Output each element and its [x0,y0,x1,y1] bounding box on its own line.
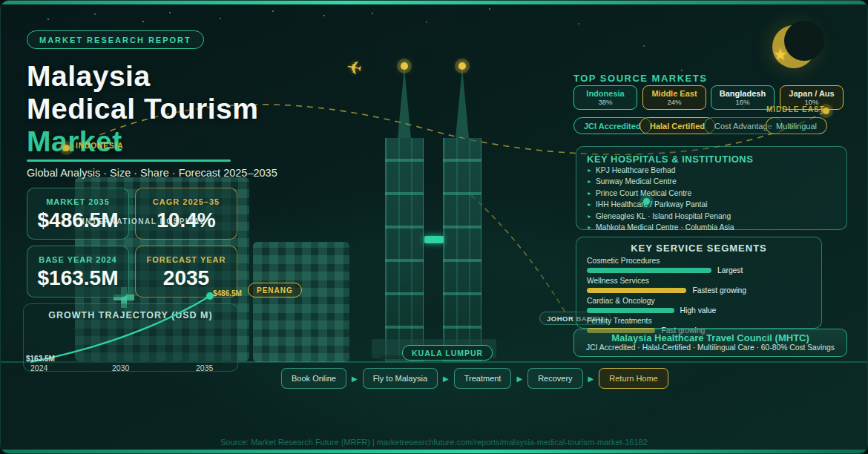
stat-card-market-2035: MARKET 2035 $486.5M [27,188,129,240]
stat-cards: MARKET 2035 $486.5M CAGR 2025–35 10.4% B… [27,188,237,297]
patient-journey-flow: Book Online ▶ Fly to Malaysia ▶ Treatmen… [281,368,668,389]
spire-light-left [401,62,408,70]
segment-row: Cardiac & Oncology High value [587,297,811,315]
x-tick-2024: 2024 [30,363,47,372]
title-underline [27,159,231,162]
hospital-item: ►Sunway Medical Centre [587,176,836,187]
segment-bar [587,268,711,273]
bullet-icon: ► [587,202,592,207]
subtitle: Global Analysis · Size · Share · Forecas… [27,167,277,179]
report-type-badge[interactable]: MARKET RESEARCH REPORT [27,30,204,49]
stat-card-cagr: CAGR 2025–35 10.4% [135,188,237,240]
arrow-right-icon: ▶ [443,375,449,383]
moon-star-icon: ★ [773,45,788,65]
journey-step-return-home[interactable]: Return Home [599,368,668,389]
kuala-lumpur-pill[interactable]: KUALA LUMPUR [402,345,493,361]
x-tick-2030: 2030 [112,363,129,372]
hospital-item: ►IHH Healthcare / Parkway Pantai [587,199,836,210]
chart-end-value: $486.5M [213,289,242,297]
mhtc-subtitle: JCI Accredited · Halal-Certified · Multi… [574,343,846,352]
source-attribution: Source: Market Research Future (MRFR) | … [1,438,867,447]
source-market-bangladesh[interactable]: Bangladesh 16% [711,85,775,110]
tower-spire-left [398,68,411,138]
building-decor [253,242,349,362]
petronas-tower-right [443,138,481,362]
arrow-right-icon: ▶ [516,375,522,383]
segment-bar [587,288,686,293]
skybridge [424,236,444,243]
airplane-icon: ✈ [345,56,364,79]
mhtc-box: Malaysia Healthcare Travel Council (MHTC… [573,329,847,357]
journey-step-recovery[interactable]: Recovery [527,368,582,389]
hospital-item: ►Gleneagles KL · Island Hospital Penang [587,211,836,222]
kl-map-dot [643,198,650,205]
arrow-right-icon: ▶ [588,375,594,383]
bullet-icon: ► [587,168,592,173]
top-source-markets-header: TOP SOURCE MARKETS [573,73,707,84]
arrow-right-icon: ▶ [352,375,358,383]
multilingual-pill[interactable]: Multilingual [766,117,827,134]
middle-east-label: MIDDLE EAST [766,105,825,114]
chart-start-value: $163.5M [26,355,55,363]
journey-step-treatment[interactable]: Treatment [454,368,512,389]
page-title-line1: Malaysia [27,62,151,91]
bullet-icon: ► [587,179,592,184]
hospital-item: ►Prince Court Medical Centre [587,188,836,199]
bullet-icon: ► [587,225,592,230]
segment-row: Cosmetic Procedures Largest [587,257,811,274]
bottom-accent-bar [1,450,867,453]
source-market-middle-east[interactable]: Middle East 24% [642,85,706,110]
key-hospitals-header: KEY HOSPITALS & INSTITUTIONS [587,154,836,165]
middle-east-map-dot [823,108,829,114]
indonesia-label: INDONESIA [76,142,124,150]
growth-curve [30,296,210,362]
infographic-canvas: ★ ✈ INTERNATIONAL HOSPITAL MARKET RESEAR… [0,0,868,454]
hospital-item: ►Mahkota Medical Centre · Columbia Asia [587,222,836,233]
spire-light-right [458,62,466,70]
segment-row: Wellness Services Fastest growing [587,277,811,295]
segment-bar [587,308,674,313]
stars-decor [1,1,2,2]
bullet-icon: ► [587,214,592,219]
page-title-line2: Medical Tourism [27,94,258,123]
mhtc-title: Malaysia Healthcare Travel Council (MHTC… [574,332,846,343]
source-market-indonesia[interactable]: Indonesia 38% [573,85,637,110]
penang-pill[interactable]: PENANG [248,283,302,297]
indonesia-map-dot [63,145,70,151]
tower-spire-right [456,68,469,138]
international-hospital-label: INTERNATIONAL HOSPITAL [82,217,206,226]
growth-chart [23,289,246,372]
bullet-icon: ► [587,191,592,196]
hospital-item: ►KPJ Healthcare Berhad [587,165,836,176]
key-hospitals-panel: KEY HOSPITALS & INSTITUTIONS ►KPJ Health… [576,146,847,230]
journey-step-fly-to-malaysia[interactable]: Fly to Malaysia [363,368,438,389]
key-service-segments-panel: KEY SERVICE SEGMENTS Cosmetic Procedures… [576,237,822,329]
x-tick-2035: 2035 [196,363,213,372]
petronas-tower-left [385,138,424,362]
key-service-segments-header: KEY SERVICE SEGMENTS [587,243,811,254]
journey-step-book-online[interactable]: Book Online [281,368,346,389]
top-accent-bar [1,1,867,4]
